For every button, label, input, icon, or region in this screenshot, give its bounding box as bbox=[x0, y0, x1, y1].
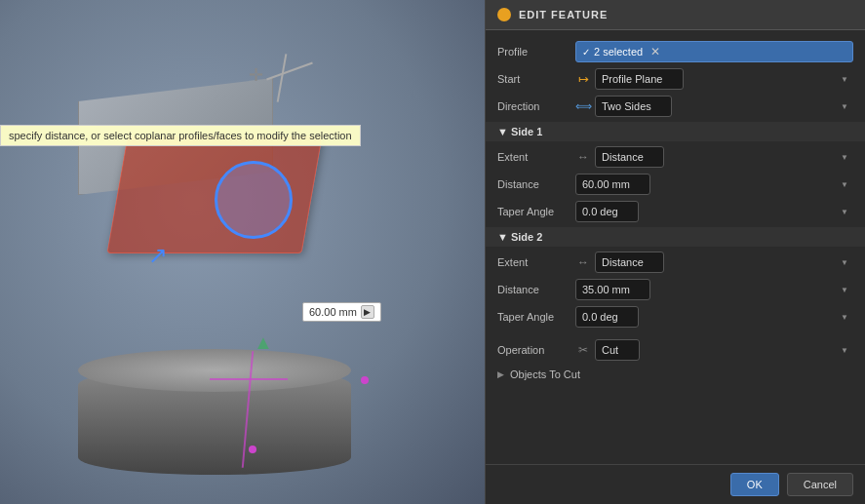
panel-title: EDIT FEATURE bbox=[519, 9, 608, 20]
extent2-label: Extent bbox=[497, 256, 575, 268]
cursor-arrow: ↖ bbox=[148, 242, 168, 269]
distance-icon-1: ↔ bbox=[575, 149, 591, 165]
profile-control: ✓ 2 selected ✕ bbox=[575, 41, 853, 62]
tooltip-bar: specify distance, or select coplanar pro… bbox=[0, 125, 361, 146]
objects-triangle-icon: ▶ bbox=[497, 369, 504, 379]
3d-viewport[interactable]: ↖ ✛ ▲ specify distance, or select coplan… bbox=[0, 0, 485, 504]
direction-control: ⟺ Two Sides bbox=[575, 96, 853, 117]
start-row: Start ↦ Profile Plane bbox=[486, 65, 865, 93]
taper1-control: 0.0 deg bbox=[575, 201, 853, 222]
operation-select-wrapper: Cut bbox=[595, 339, 853, 361]
start-select-wrapper: Profile Plane bbox=[595, 68, 853, 90]
extent1-select-wrapper: Distance bbox=[595, 146, 853, 168]
start-control: ↦ Profile Plane bbox=[575, 68, 853, 90]
direction-select[interactable]: Two Sides bbox=[595, 96, 672, 117]
taper2-control: 0.0 deg bbox=[575, 306, 853, 328]
extent1-select[interactable]: Distance bbox=[595, 146, 664, 168]
distance1-label: Distance bbox=[497, 178, 575, 190]
profile-row: Profile ✓ 2 selected ✕ bbox=[486, 38, 865, 65]
direction-row: Direction ⟺ Two Sides bbox=[486, 93, 865, 120]
distance1-select[interactable]: 60.00 mm bbox=[575, 174, 650, 195]
taper2-select-wrapper: 0.0 deg bbox=[575, 306, 853, 328]
direction-select-wrapper: Two Sides bbox=[595, 96, 853, 117]
side1-header[interactable]: ▼ Side 1 bbox=[486, 122, 865, 141]
extent1-label: Extent bbox=[497, 151, 575, 163]
distance2-select[interactable]: 35.00 mm bbox=[575, 279, 650, 300]
anchor-dot2 bbox=[249, 446, 256, 453]
extent1-control: ↔ Distance bbox=[575, 146, 853, 168]
taper2-row: Taper Angle 0.0 deg bbox=[486, 303, 865, 330]
taper1-label: Taper Angle bbox=[497, 206, 575, 217]
extent2-select[interactable]: Distance bbox=[595, 252, 664, 273]
direction-label: Direction bbox=[497, 100, 575, 112]
distance2-control: 35.00 mm bbox=[575, 279, 853, 300]
distance-icon-2: ↔ bbox=[575, 254, 591, 270]
objects-to-cut-label: Objects To Cut bbox=[510, 368, 580, 380]
profile-plane-icon: ↦ bbox=[575, 71, 591, 87]
anchor-dot bbox=[361, 376, 369, 384]
cancel-button[interactable]: Cancel bbox=[787, 473, 853, 496]
panel-footer: OK Cancel bbox=[486, 464, 865, 504]
panel-body: Profile ✓ 2 selected ✕ Start ↦ Profile P… bbox=[486, 30, 865, 464]
profile-circle bbox=[215, 161, 293, 239]
extent2-row: Extent ↔ Distance bbox=[486, 249, 865, 276]
distance1-row: Distance 60.00 mm bbox=[486, 171, 865, 198]
extent2-select-wrapper: Distance bbox=[595, 252, 853, 273]
taper1-select[interactable]: 0.0 deg bbox=[575, 201, 639, 222]
start-select[interactable]: Profile Plane bbox=[595, 68, 684, 90]
distance1-select-wrapper: 60.00 mm bbox=[575, 174, 853, 195]
panel-header: EDIT FEATURE bbox=[486, 0, 865, 30]
operation-row: Operation ✂ Cut bbox=[486, 336, 865, 364]
construct-line-h bbox=[210, 378, 288, 380]
objects-to-cut-row[interactable]: ▶ Objects To Cut bbox=[486, 364, 865, 385]
panel-icon bbox=[497, 8, 511, 21]
operation-select[interactable]: Cut bbox=[595, 339, 640, 361]
operation-label: Operation bbox=[497, 344, 575, 356]
taper1-select-wrapper: 0.0 deg bbox=[575, 201, 853, 222]
operation-control: ✂ Cut bbox=[575, 339, 853, 361]
profile-tag[interactable]: ✓ 2 selected ✕ bbox=[575, 41, 853, 62]
distance2-row: Distance 35.00 mm bbox=[486, 276, 865, 303]
edit-feature-panel: EDIT FEATURE Profile ✓ 2 selected ✕ Star… bbox=[485, 0, 865, 504]
profile-close-btn[interactable]: ✕ bbox=[650, 46, 660, 58]
extent1-row: Extent ↔ Distance bbox=[486, 143, 865, 171]
taper2-label: Taper Angle bbox=[497, 311, 575, 323]
distance2-label: Distance bbox=[497, 284, 575, 295]
start-label: Start bbox=[497, 73, 575, 85]
cut-icon: ✂ bbox=[575, 342, 591, 358]
dim-arrow-btn[interactable]: ▶ bbox=[361, 305, 374, 319]
distance1-control: 60.00 mm bbox=[575, 174, 853, 195]
axis-line bbox=[266, 62, 313, 81]
axis-line-v bbox=[277, 54, 288, 102]
green-axis: ▲ bbox=[254, 331, 273, 354]
taper1-row: Taper Angle 0.0 deg bbox=[486, 198, 865, 225]
distance2-select-wrapper: 35.00 mm bbox=[575, 279, 853, 300]
cylinder-top bbox=[78, 349, 351, 392]
axis-arrows: ✛ bbox=[249, 64, 263, 86]
ok-button[interactable]: OK bbox=[730, 473, 779, 496]
dimension-label[interactable]: 60.00 mm ▶ bbox=[302, 302, 381, 322]
profile-label: Profile bbox=[497, 46, 575, 58]
taper2-select[interactable]: 0.0 deg bbox=[575, 306, 639, 328]
two-sides-icon: ⟺ bbox=[575, 98, 591, 114]
extent2-control: ↔ Distance bbox=[575, 252, 853, 273]
side2-header[interactable]: ▼ Side 2 bbox=[486, 227, 865, 247]
